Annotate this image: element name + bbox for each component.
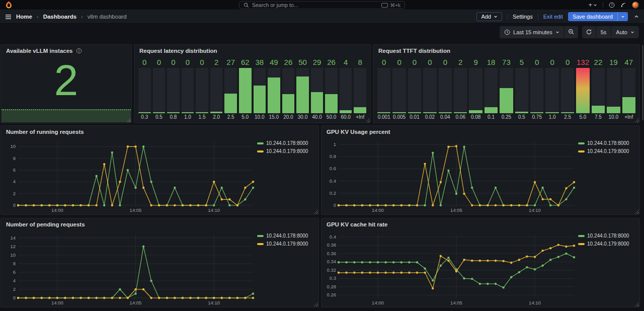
histogram-bar[interactable]: 00.75 [530, 58, 543, 121]
scrollbar-thumb[interactable] [642, 45, 643, 120]
histogram-bar[interactable]: 625.0 [239, 58, 252, 121]
panel-pending-requests: Number of pending requests 0246810121414… [1, 218, 319, 307]
refresh-interval[interactable]: 5s [596, 26, 611, 38]
histogram-bar[interactable]: 00.01 [408, 58, 421, 121]
auto-refresh-picker[interactable]: Auto [611, 26, 639, 38]
histogram-bar[interactable]: 8+Inf [354, 58, 366, 121]
legend-item[interactable]: 10.244.0.179:8000 [257, 148, 314, 154]
histogram-bar[interactable]: 180.1 [485, 58, 498, 121]
refresh-button[interactable] [582, 26, 596, 38]
histogram-bar[interactable]: 50.5 [515, 58, 528, 121]
kv-usage-chart[interactable]: 00.20.40.60.8114:0014:0514:10 [324, 137, 578, 213]
legend-item[interactable]: 10.244.0.179:8000 [578, 241, 635, 247]
svg-text:10: 10 [10, 143, 16, 149]
svg-text:14:05: 14:05 [130, 207, 142, 213]
panel-running-requests: Number of running requests 024681014:001… [1, 125, 319, 215]
histogram-bar[interactable]: 4915.0 [268, 58, 280, 121]
pending-requests-chart[interactable]: 0246810121414:0014:0514:10 [3, 229, 257, 306]
panel-title[interactable]: Available vLLM instaces [6, 48, 73, 54]
panel-title[interactable]: Number of pending requests [6, 221, 85, 227]
search-placeholder: Search or jump to... [252, 2, 298, 8]
avatar[interactable] [632, 2, 639, 9]
svg-text:0.32: 0.32 [327, 267, 337, 273]
histogram-bar[interactable]: 2650.0 [325, 58, 338, 121]
keyboard-shortcut: ⌘+k [381, 3, 400, 8]
svg-text:1: 1 [334, 141, 336, 147]
histogram-bar[interactable]: 02.5 [561, 58, 574, 121]
panel-title[interactable]: GPU KV Usage percent [327, 129, 390, 135]
ttft-histogram[interactable]: 00.00100.00500.0100.0200.0420.0690.08180… [377, 58, 635, 121]
svg-text:6: 6 [13, 269, 16, 275]
panel-title[interactable]: Request TTFT distribution [378, 48, 450, 54]
legend-item[interactable]: 10.244.0.178:8000 [257, 140, 314, 146]
histogram-bar[interactable]: 5030.0 [296, 58, 309, 121]
collapse-toolbar-icon[interactable] [634, 14, 639, 19]
chevron-down-icon [555, 30, 559, 34]
svg-text:14:05: 14:05 [450, 207, 462, 213]
save-dashboard-button[interactable]: Save dashboard [568, 12, 628, 21]
breadcrumb-home[interactable]: Home [16, 14, 32, 20]
histogram-bar[interactable]: 2940.0 [311, 58, 324, 121]
search-input[interactable]: Search or jump to... ⌘+k [239, 1, 405, 9]
legend-item[interactable]: 10.244.0.178:8000 [578, 140, 635, 146]
scrollbar[interactable] [641, 24, 644, 311]
new-menu-button[interactable]: + [588, 1, 597, 9]
zoom-out-button[interactable] [565, 26, 578, 38]
legend-item[interactable]: 10.244.0.179:8000 [257, 241, 314, 247]
svg-text:0.4: 0.4 [330, 234, 336, 240]
histogram-bar[interactable]: 00.02 [423, 58, 436, 121]
svg-text:2: 2 [13, 286, 16, 292]
histogram-bar[interactable]: 460.0 [340, 58, 352, 121]
help-icon[interactable]: ? [609, 2, 615, 8]
histogram-bar[interactable]: 00.04 [439, 58, 452, 121]
svg-text:0.2: 0.2 [330, 190, 336, 196]
histogram-bar[interactable]: 22.0 [210, 58, 223, 121]
grafana-logo[interactable] [5, 1, 13, 9]
histogram-bar[interactable]: 00.005 [392, 58, 406, 121]
add-button[interactable]: Add [476, 12, 502, 21]
histogram-bar[interactable]: 00.001 [377, 58, 390, 121]
histogram-bar[interactable]: 47+Inf [622, 58, 635, 121]
news-icon[interactable] [620, 2, 626, 8]
panel-title[interactable]: Request latency distribution [139, 48, 217, 54]
panel-title[interactable]: Number of running requests [6, 129, 84, 135]
histogram-bar[interactable]: 00.8 [167, 58, 180, 121]
svg-text:0: 0 [334, 202, 336, 208]
histogram-bar[interactable]: 2620.0 [282, 58, 295, 121]
legend-item[interactable]: 10.244.0.178:8000 [578, 233, 635, 239]
histogram-bar[interactable]: 00.5 [153, 58, 166, 121]
latency-histogram[interactable]: 00.300.500.801.001.522.0272.5625.03810.0… [138, 58, 366, 121]
time-controls: Last 15 minutes 5s Auto [0, 24, 644, 40]
divider [507, 14, 508, 20]
histogram-bar[interactable]: 1325.0 [576, 58, 589, 121]
cache-hit-chart[interactable]: 0.260.280.30.320.340.360.380.414:0014:05… [324, 229, 578, 306]
histogram-bar[interactable]: 01.0 [545, 58, 558, 121]
histogram-bar[interactable]: 730.25 [500, 58, 513, 121]
info-icon[interactable] [76, 48, 82, 54]
running-requests-chart[interactable]: 024681014:0014:0514:10 [3, 137, 257, 213]
histogram-bar[interactable]: 3810.0 [254, 58, 266, 121]
search-icon [244, 3, 249, 8]
histogram-bar[interactable]: 1910.0 [607, 58, 620, 121]
svg-text:0: 0 [13, 295, 16, 300]
time-range-picker[interactable]: Last 15 minutes [500, 26, 564, 38]
svg-text:2: 2 [13, 191, 16, 196]
histogram-bar[interactable]: 20.06 [454, 58, 467, 121]
legend-item[interactable]: 10.244.0.178:8000 [257, 233, 314, 239]
histogram-bar[interactable]: 00.3 [138, 58, 151, 121]
svg-text:8: 8 [13, 156, 16, 161]
divider [603, 2, 603, 8]
legend: 10.244.0.178:8000 10.244.0.179:8000 [257, 137, 316, 213]
exit-edit-button[interactable]: Exit edit [543, 14, 563, 20]
panel-title[interactable]: GPU KV cache hit rate [327, 221, 387, 227]
settings-button[interactable]: Settings [513, 14, 533, 20]
menu-toggle-icon[interactable] [5, 14, 12, 20]
histogram-bar[interactable]: 227.5 [592, 58, 605, 121]
breadcrumb-dashboards[interactable]: Dashboards [43, 14, 76, 20]
legend: 10.244.0.178:8000 10.244.0.179:8000 [257, 229, 316, 306]
histogram-bar[interactable]: 272.5 [224, 58, 237, 121]
legend-item[interactable]: 10.244.0.179:8000 [578, 148, 635, 154]
histogram-bar[interactable]: 01.0 [182, 58, 194, 121]
histogram-bar[interactable]: 01.5 [196, 58, 208, 121]
histogram-bar[interactable]: 90.08 [469, 58, 482, 121]
